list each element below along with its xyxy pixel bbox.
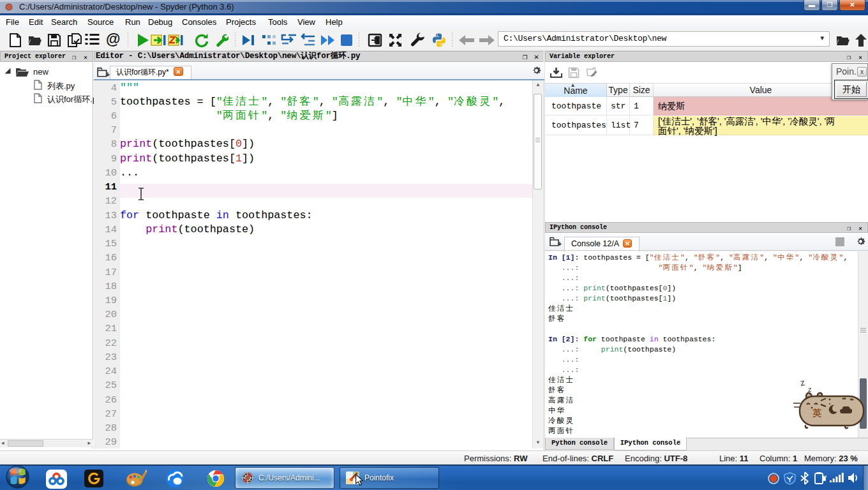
svg-text:z: z [799, 377, 805, 388]
svg-text:英: 英 [812, 408, 822, 418]
svg-text:z: z [808, 385, 812, 393]
